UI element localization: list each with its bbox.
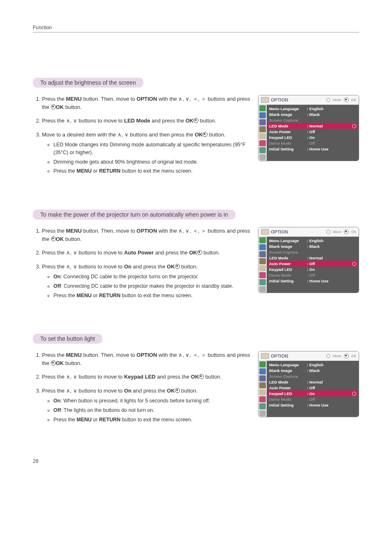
- page-number: 28: [33, 458, 359, 464]
- osd-move-label: Move: [333, 354, 341, 358]
- instruction-step: Press the ∧, ∨ buttons to move to LED Mo…: [42, 117, 251, 125]
- osd-panel: OPTIONMoveOKMenu Language: EnglishBlank …: [258, 351, 359, 417]
- instruction-step: Press the ∧, ∨ buttons to move to On and…: [42, 263, 251, 300]
- osd-row-label: Screen Capture: [269, 118, 307, 122]
- osd-row: Auto Power: Off: [267, 385, 359, 390]
- osd-row-value: : Off: [307, 129, 315, 134]
- move-nav-icon: [326, 98, 330, 102]
- osd-category-icon: [259, 389, 266, 395]
- osd-row-value: : Black: [307, 368, 320, 373]
- osd-panel: OPTIONMoveOKMenu Language: EnglishBlank …: [258, 227, 359, 293]
- osd-title: OPTION: [271, 353, 288, 358]
- instruction-bullet: On: When button is pressed, it lights fo…: [53, 397, 251, 405]
- osd-category-icon: [259, 375, 266, 381]
- option-category-icon: [261, 353, 269, 359]
- osd-row-value: : Home Use: [307, 403, 328, 407]
- osd-row: LED Mode: Normal: [267, 255, 359, 261]
- osd-move-label: Move: [333, 98, 341, 102]
- osd-row: Initial Setting: Home Use: [267, 146, 359, 152]
- ok-icon: [51, 236, 56, 241]
- ok-icon: [175, 388, 180, 393]
- osd-ok-label: OK: [351, 354, 356, 358]
- osd-row: Screen Capture: [267, 249, 359, 255]
- osd-row: Auto Power: Off: [267, 261, 358, 266]
- osd-row-label: Menu Language: [269, 106, 307, 111]
- ok-icon: [344, 97, 349, 102]
- osd-row: Auto Power: Off: [267, 129, 359, 134]
- osd-category-icon: [259, 251, 266, 257]
- osd-row: Demo Mode: Off: [267, 272, 359, 278]
- osd-category-icon: [259, 237, 266, 243]
- osd-row: Menu Language: English: [267, 238, 359, 243]
- osd-row-value: : On: [307, 391, 315, 396]
- osd-row-value: : English: [307, 363, 323, 367]
- osd-category-icon: [259, 403, 266, 409]
- osd-row-label: LED Mode: [269, 380, 307, 384]
- osd-category-icon: [259, 140, 266, 146]
- osd-row-label: Initial Setting: [269, 403, 307, 407]
- ok-icon: [194, 118, 198, 123]
- section-heading: To set the button light: [33, 334, 102, 344]
- osd-row-label: Demo Mode: [269, 273, 307, 277]
- ok-icon: [51, 104, 56, 109]
- osd-row-label: Menu Language: [269, 238, 307, 243]
- osd-row-value: : Normal: [307, 380, 323, 384]
- osd-category-icon: [259, 286, 266, 292]
- move-nav-icon: [326, 354, 330, 358]
- osd-row-label: Keypad LED: [269, 135, 307, 140]
- section-heading: To adjust the brightness of the screen: [33, 78, 143, 88]
- osd-row: Screen Capture: [267, 373, 359, 379]
- osd-row: Blank Image: Black: [267, 111, 359, 117]
- osd-row-value: : On: [307, 135, 315, 140]
- osd-category-icon: [259, 112, 266, 118]
- osd-row-value: : Off: [307, 273, 315, 277]
- osd-row: Keypad LED: On: [267, 390, 358, 396]
- osd-row-label: Demo Mode: [269, 141, 307, 146]
- osd-ok-label: OK: [351, 230, 356, 234]
- instruction-bullet: Dimming mode gets about 90% brightness o…: [53, 158, 251, 166]
- osd-row-label: LED Mode: [269, 124, 307, 128]
- osd-move-label: Move: [333, 230, 341, 234]
- osd-row-value: : Black: [307, 244, 320, 249]
- osd-row-value: : Home Use: [307, 147, 328, 151]
- osd-category-icon: [259, 368, 266, 374]
- osd-row-label: Auto Power: [269, 261, 307, 266]
- instruction-bullet: Off: The lights on the buttons do not tu…: [53, 407, 251, 414]
- osd-row-label: Auto Power: [269, 129, 307, 134]
- instruction-bullet: On: Connecting DC cable to the projector…: [53, 273, 251, 281]
- osd-row: LED Mode: Normal: [267, 123, 358, 129]
- ok-icon: [51, 360, 56, 365]
- osd-row: Demo Mode: Off: [267, 140, 359, 146]
- page-header: Function: [33, 25, 359, 32]
- osd-category-icon: [259, 361, 266, 367]
- osd-category-icon: [259, 265, 266, 271]
- move-nav-icon: [326, 230, 330, 234]
- osd-row: LED Mode: Normal: [267, 379, 359, 385]
- instruction-step: Press the MENU button. Then, move to OPT…: [42, 95, 251, 111]
- instruction-bullet: Press the MENU or RETURN button to exit …: [53, 292, 251, 300]
- instruction-step: Press the ∧, ∨ buttons to move to Auto P…: [42, 249, 251, 257]
- osd-ok-label: OK: [351, 98, 356, 102]
- osd-category-icon: [259, 382, 266, 388]
- osd-row-label: Keypad LED: [269, 391, 307, 396]
- osd-row-value: : Off: [307, 397, 315, 402]
- osd-category-icon: [259, 147, 266, 153]
- osd-row: Blank Image: Black: [267, 243, 359, 249]
- osd-category-icon: [259, 272, 266, 278]
- osd-row-label: Auto Power: [269, 386, 307, 390]
- ok-icon: [199, 374, 204, 379]
- osd-row-value: : English: [307, 106, 323, 111]
- instruction-step: Move to a desired item with the ∧, ∨ but…: [42, 131, 251, 176]
- osd-category-icon: [259, 279, 266, 285]
- osd-row: Menu Language: English: [267, 362, 359, 367]
- instruction-bullet: Off: Connecting DC cable to the projecto…: [53, 282, 251, 290]
- osd-category-icon: [259, 105, 266, 111]
- osd-category-icon: [259, 154, 266, 160]
- instruction-bullet: Press the MENU or RETURN button to exit …: [53, 167, 251, 175]
- instruction-text: Press the MENU button. Then, move to OPT…: [33, 227, 251, 305]
- osd-category-icon: [259, 126, 266, 132]
- instruction-bullet: Press the MENU or RETURN button to exit …: [53, 416, 251, 424]
- instruction-step: Press the ∧, ∨ buttons to move to On and…: [42, 387, 251, 424]
- osd-category-icon: [259, 258, 266, 264]
- osd-row-label: Screen Capture: [269, 374, 307, 379]
